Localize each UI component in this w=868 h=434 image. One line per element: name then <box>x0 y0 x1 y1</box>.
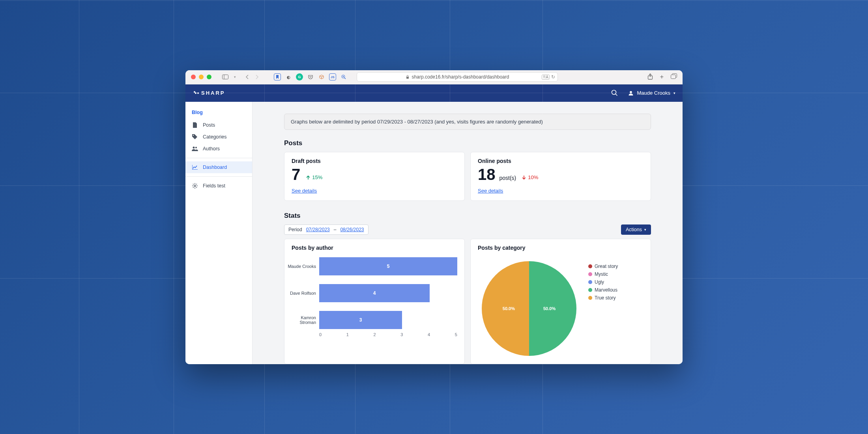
back-icon[interactable] <box>245 75 249 79</box>
tag-icon <box>192 134 198 140</box>
maximize-window-icon[interactable] <box>207 75 211 79</box>
legend-item[interactable]: Great story <box>588 264 618 269</box>
extension-js-icon[interactable]: JS <box>329 73 336 80</box>
bar-category-label: Kamron Stroman <box>285 315 316 325</box>
axis-tick: 2 <box>374 332 376 337</box>
users-icon <box>192 146 198 151</box>
svg-point-8 <box>612 90 616 95</box>
axis-tick: 4 <box>428 332 430 337</box>
svg-rect-0 <box>223 75 228 79</box>
extension-inspect-icon[interactable] <box>340 73 347 80</box>
chart-line-icon <box>192 165 198 170</box>
legend-item[interactable]: True story <box>588 295 618 301</box>
svg-point-11 <box>193 135 194 135</box>
extension-bookmark-icon[interactable] <box>274 73 281 80</box>
legend-item[interactable]: Ugly <box>588 279 618 285</box>
bar-fill: 5 <box>319 257 457 275</box>
card-label: Draft posts <box>292 158 457 164</box>
pie-slice-label: 50.0% <box>543 306 556 311</box>
browser-window: ▾ ◐ G JS sharp.code16.fr/sharp/s-dashboa… <box>185 70 683 364</box>
sidebar-toggle-icon[interactable] <box>222 73 229 80</box>
extension-cube-icon[interactable] <box>318 73 325 80</box>
url-bar[interactable]: sharp.code16.fr/sharp/s-dashboard/dashbo… <box>357 72 558 82</box>
see-details-link[interactable]: See details <box>292 188 317 194</box>
delta-up: 15% <box>306 174 322 180</box>
sidebar-item-label: Posts <box>203 122 215 128</box>
bar-category-label: Maude Crooks <box>285 264 316 269</box>
sidebar-item-authors[interactable]: Authors <box>185 143 252 155</box>
chart-title: Posts by author <box>292 245 457 251</box>
bar-fill: 3 <box>319 311 402 329</box>
legend-label: Marvellous <box>595 287 617 293</box>
axis-tick: 1 <box>346 332 349 337</box>
tabs-icon[interactable] <box>671 73 677 80</box>
logo[interactable]: SHARP <box>193 90 225 96</box>
minimize-window-icon[interactable] <box>199 75 204 79</box>
sidebar-item-categories[interactable]: Categories <box>185 131 252 143</box>
close-window-icon[interactable] <box>191 75 196 79</box>
legend-item[interactable]: Mystic <box>588 271 618 277</box>
logo-text: SHARP <box>201 90 225 96</box>
translate-icon[interactable]: ⠿A <box>542 75 550 80</box>
search-icon[interactable] <box>611 90 618 96</box>
svg-point-12 <box>193 146 195 148</box>
bar-fill: 4 <box>319 284 430 302</box>
actions-button[interactable]: Actions ▾ <box>621 224 651 235</box>
svg-line-9 <box>615 94 617 96</box>
chart-posts-by-category: Posts by category 50.0%50.0% Great story… <box>470 239 651 364</box>
chevron-down-icon: ▾ <box>673 91 675 95</box>
delta-down: 10% <box>522 174 538 180</box>
sidebar-item-fields-test[interactable]: Fields test <box>185 180 252 192</box>
new-tab-icon[interactable]: + <box>660 73 664 80</box>
axis-tick: 3 <box>400 332 403 337</box>
sidebar-item-label: Dashboard <box>203 165 227 170</box>
pie-legend: Great storyMysticUglyMarvellousTrue stor… <box>588 261 618 301</box>
url-text: sharp.code16.fr/sharp/s-dashboard/dashbo… <box>412 74 509 80</box>
extension-shield-icon[interactable]: ◐ <box>285 73 292 80</box>
period-sep: – <box>334 227 337 232</box>
sidebar-heading: Blog <box>185 107 252 119</box>
metric-value: 18 <box>478 166 496 182</box>
svg-rect-4 <box>406 77 409 79</box>
sidebar-item-label: Authors <box>203 146 220 152</box>
period-selector: Period 07/28/2023 – 08/26/2023 <box>284 224 369 235</box>
card-online-posts: Online posts 18 post(s) 10% See details <box>470 152 651 201</box>
period-from[interactable]: 07/28/2023 <box>306 227 330 232</box>
svg-point-14 <box>194 185 196 187</box>
share-icon[interactable] <box>647 73 653 80</box>
user-name: Maude Crooks <box>637 90 670 96</box>
legend-dot-icon <box>588 288 592 292</box>
see-details-link[interactable]: See details <box>478 188 503 194</box>
sidebar-item-dashboard[interactable]: Dashboard <box>185 161 252 173</box>
period-label: Period <box>288 227 302 232</box>
legend-item[interactable]: Marvellous <box>588 287 618 293</box>
app-header: SHARP Maude Crooks ▾ <box>185 84 683 102</box>
extension-pocket-icon[interactable] <box>307 73 314 80</box>
axis-tick: 0 <box>319 332 322 337</box>
sidebar-item-label: Categories <box>203 134 226 140</box>
user-menu[interactable]: Maude Crooks ▾ <box>628 90 675 96</box>
arrow-up-icon <box>306 175 311 180</box>
axis-tick: 5 <box>455 332 457 337</box>
extension-grammarly-icon[interactable]: G <box>296 73 303 80</box>
reload-icon[interactable]: ↻ <box>551 74 555 80</box>
forward-icon[interactable] <box>255 75 259 79</box>
window-controls <box>191 75 211 79</box>
section-title-posts: Posts <box>284 139 651 147</box>
file-icon <box>192 122 198 128</box>
bar-row: Kamron Stroman3 <box>319 311 457 329</box>
svg-point-13 <box>195 147 197 148</box>
svg-point-3 <box>343 76 344 77</box>
card-label: Online posts <box>478 158 644 164</box>
sidebar-item-label: Fields test <box>203 183 225 189</box>
period-to[interactable]: 08/26/2023 <box>340 227 364 232</box>
section-title-stats: Stats <box>284 212 651 220</box>
browser-titlebar: ▾ ◐ G JS sharp.code16.fr/sharp/s-dashboa… <box>185 70 683 84</box>
legend-label: Mystic <box>595 271 608 277</box>
legend-dot-icon <box>588 264 592 268</box>
lock-icon <box>406 75 410 79</box>
chevron-down-icon[interactable]: ▾ <box>231 73 238 80</box>
pie-chart: 50.0%50.0% <box>482 261 576 356</box>
sidebar-item-posts[interactable]: Posts <box>185 119 252 131</box>
bar-row: Dave Rolfson4 <box>319 284 457 302</box>
